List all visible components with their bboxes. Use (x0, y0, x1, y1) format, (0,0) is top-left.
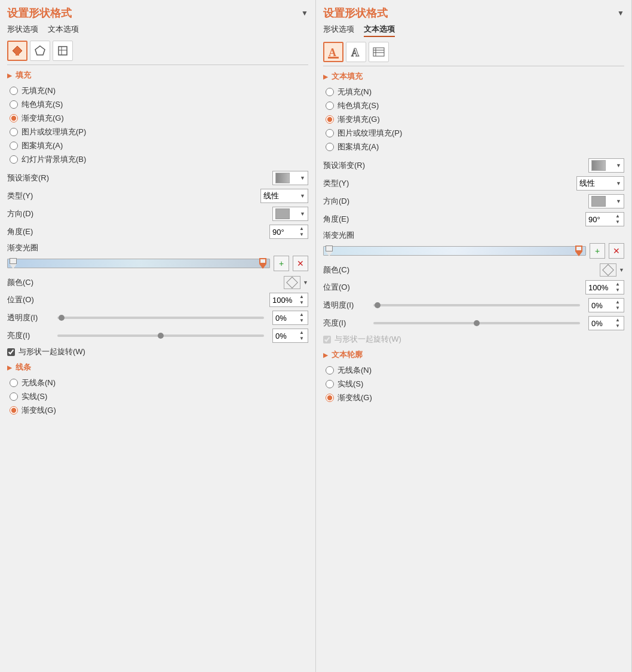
left-line-option-2[interactable]: 渐变线(G) (10, 405, 308, 416)
right-line-radio-2[interactable] (326, 394, 334, 402)
left-fill-radio-2[interactable] (10, 114, 18, 122)
left-fill-radio-4[interactable] (10, 142, 18, 150)
right-preset-select[interactable]: ▼ (588, 158, 624, 173)
right-angle-input[interactable]: 90° ▲ ▼ (585, 212, 624, 226)
right-fill-radio-3[interactable] (326, 129, 334, 137)
left-position-up[interactable]: ▲ (298, 294, 305, 300)
left-gradient-bar[interactable] (7, 259, 270, 268)
right-text-effects-icon-btn[interactable] (369, 42, 389, 62)
left-stop-right[interactable] (259, 258, 267, 270)
left-line-radio-0[interactable] (10, 379, 18, 387)
left-angle-down[interactable]: ▼ (298, 232, 305, 238)
left-transparency-input[interactable]: 0% ▲ ▼ (272, 311, 308, 325)
left-fill-option-5[interactable]: 幻灯片背景填充(B) (10, 154, 308, 165)
right-color-btn[interactable] (600, 263, 616, 277)
right-position-up[interactable]: ▲ (614, 281, 621, 287)
left-brightness-up[interactable]: ▲ (298, 330, 305, 336)
left-gradient-del-btn[interactable]: ✕ (293, 256, 308, 271)
right-fill-option-0[interactable]: 无填充(N) (326, 87, 624, 97)
left-line-triangle[interactable]: ▶ (7, 364, 12, 371)
right-line-triangle[interactable]: ▶ (323, 352, 328, 358)
right-fill-radio-2[interactable] (326, 115, 334, 124)
left-fill-radio-3[interactable] (10, 128, 18, 136)
left-color-caret[interactable]: ▼ (303, 280, 308, 286)
right-fill-radio-4[interactable] (326, 143, 334, 151)
left-transparency-down[interactable]: ▼ (298, 318, 305, 324)
left-gradient-add-btn[interactable]: + (274, 256, 289, 271)
right-stop-left[interactable] (325, 246, 333, 257)
left-fill-triangle[interactable]: ▶ (7, 72, 12, 79)
left-rotate-row[interactable]: 与形状一起旋转(W) (7, 346, 308, 357)
right-text-fill-icon-btn[interactable]: A (323, 42, 343, 62)
right-direction-select[interactable]: ▼ (588, 194, 624, 208)
right-fill-radio-0[interactable] (326, 88, 334, 96)
right-brightness-up[interactable]: ▲ (614, 317, 621, 323)
left-brightness-down[interactable]: ▼ (298, 336, 305, 342)
right-transparency-slider[interactable] (373, 304, 580, 306)
left-title-arrow[interactable]: ▼ (301, 9, 308, 17)
right-transparency-input[interactable]: 0% ▲ ▼ (588, 298, 624, 312)
left-line-option-1[interactable]: 实线(S) (10, 391, 308, 402)
left-fill-option-4[interactable]: 图案填充(A) (10, 140, 308, 151)
right-fill-option-2[interactable]: 渐变填充(G) (326, 114, 624, 125)
right-fill-option-4[interactable]: 图案填充(A) (326, 142, 624, 152)
left-fill-radio-0[interactable] (10, 87, 18, 95)
right-tab-text[interactable]: 文本选项 (364, 24, 395, 37)
left-fill-radio-5[interactable] (10, 155, 18, 164)
left-fill-radio-1[interactable] (10, 100, 18, 109)
right-fill-option-3[interactable]: 图片或纹理填充(P) (326, 128, 624, 139)
right-line-option-1[interactable]: 实线(S) (326, 379, 624, 389)
left-line-radio-1[interactable] (10, 392, 18, 401)
left-fill-option-0[interactable]: 无填充(N) (10, 85, 308, 96)
right-line-option-0[interactable]: 无线条(N) (326, 365, 624, 376)
right-transparency-up[interactable]: ▲ (614, 299, 621, 305)
left-angle-up[interactable]: ▲ (298, 226, 305, 232)
right-brightness-down[interactable]: ▼ (614, 323, 621, 329)
left-fill-option-3[interactable]: 图片或纹理填充(P) (10, 127, 308, 137)
left-layout-icon-btn[interactable] (53, 41, 73, 61)
left-type-select[interactable]: 线性 ▼ (260, 189, 308, 203)
right-angle-up[interactable]: ▲ (614, 213, 621, 219)
right-color-caret[interactable]: ▼ (619, 267, 624, 273)
left-fill-icon-btn[interactable] (7, 41, 27, 61)
left-direction-select[interactable]: ▼ (272, 207, 308, 221)
right-gradient-del-btn[interactable]: ✕ (609, 243, 624, 259)
right-stop-right[interactable] (575, 246, 583, 257)
right-title-arrow[interactable]: ▼ (617, 9, 624, 17)
left-line-radio-2[interactable] (10, 406, 18, 415)
right-brightness-input[interactable]: 0% ▲ ▼ (588, 316, 624, 330)
right-transparency-down[interactable]: ▼ (614, 305, 621, 311)
right-type-select[interactable]: 线性 ▼ (576, 176, 624, 191)
right-line-radio-0[interactable] (326, 366, 334, 375)
right-position-input[interactable]: 100% ▲ ▼ (585, 280, 624, 294)
right-fill-option-1[interactable]: 纯色填充(S) (326, 100, 624, 111)
left-fill-option-2[interactable]: 渐变填充(G) (10, 113, 308, 124)
left-line-option-0[interactable]: 无线条(N) (10, 378, 308, 388)
right-brightness-slider[interactable] (373, 322, 580, 324)
left-transparency-up[interactable]: ▲ (298, 312, 305, 318)
right-position-down[interactable]: ▼ (614, 287, 621, 293)
left-preset-select[interactable]: ▼ (272, 171, 308, 185)
right-gradient-bar[interactable] (323, 246, 586, 256)
left-brightness-input[interactable]: 0% ▲ ▼ (272, 329, 308, 343)
right-rotate-row[interactable]: 与形状一起旋转(W) (323, 334, 624, 345)
right-line-radio-1[interactable] (326, 380, 334, 388)
left-position-down[interactable]: ▼ (298, 300, 305, 306)
left-transparency-slider[interactable] (57, 317, 264, 319)
right-tab-shape[interactable]: 形状选项 (323, 24, 354, 37)
left-rotate-checkbox[interactable] (7, 348, 15, 356)
right-gradient-add-btn[interactable]: + (590, 243, 605, 259)
left-angle-input[interactable]: 90° ▲ ▼ (269, 225, 308, 239)
right-fill-triangle[interactable]: ▶ (323, 73, 328, 80)
left-stop-left[interactable] (9, 258, 17, 270)
right-angle-down[interactable]: ▼ (614, 219, 621, 225)
left-color-btn[interactable] (284, 276, 300, 289)
left-shape-icon-btn[interactable] (30, 41, 50, 61)
left-brightness-slider[interactable] (57, 335, 264, 337)
right-line-option-2[interactable]: 渐变线(G) (326, 392, 624, 403)
left-fill-option-1[interactable]: 纯色填充(S) (10, 99, 308, 110)
left-tab-shape[interactable]: 形状选项 (7, 24, 38, 36)
right-fill-radio-1[interactable] (326, 102, 334, 110)
left-position-input[interactable]: 100% ▲ ▼ (269, 293, 308, 307)
left-tab-text[interactable]: 文本选项 (48, 24, 79, 36)
